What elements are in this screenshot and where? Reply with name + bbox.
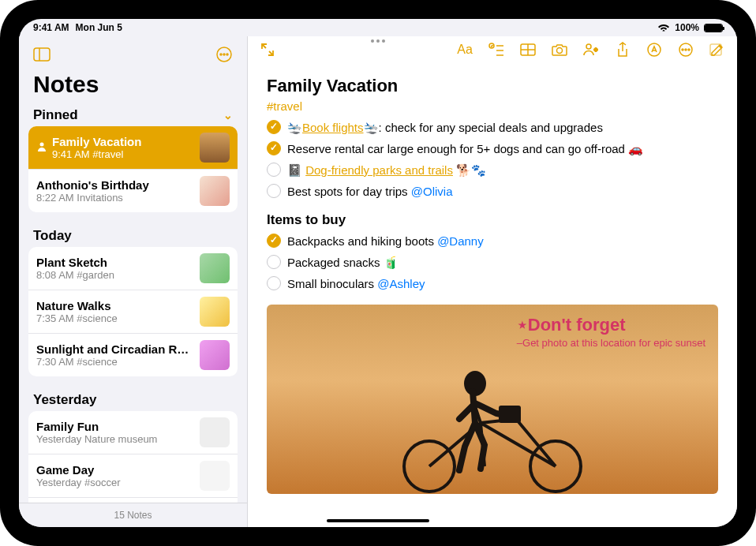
checklist: Backpacks and hiking boots @Danny Packag…	[267, 233, 718, 292]
content-toolbar: Aa	[248, 36, 737, 63]
checkbox[interactable]	[267, 234, 281, 248]
check-item: Small binoculars @Ashley	[267, 275, 718, 292]
mention[interactable]: @Ashley	[377, 277, 425, 290]
check-item: 📓 Dog-friendly parks and trails 🐕🐾	[267, 162, 718, 178]
wifi-icon	[657, 22, 670, 34]
table-icon[interactable]	[519, 41, 537, 58]
note-thumbnail	[200, 133, 230, 163]
checkbox[interactable]	[267, 184, 281, 198]
note-content-area: Aa	[248, 36, 737, 527]
note-tag[interactable]: #travel	[267, 99, 718, 113]
more-options-button[interactable]	[212, 43, 236, 66]
note-meta: 8:22 AM Invitations	[36, 192, 193, 204]
multitask-dots[interactable]	[371, 39, 385, 43]
note-body[interactable]: Family Vacation #travel 🛬Book flights🛬: …	[248, 63, 737, 527]
collaborate-icon[interactable]	[582, 41, 600, 58]
svg-point-22	[685, 49, 687, 50]
note-row-birthday[interactable]: Anthonio's Birthday 8:22 AM Invitations	[28, 170, 238, 212]
status-bar: 9:41 AM Mon Jun 5 100%	[19, 19, 737, 36]
checkbox[interactable]	[267, 163, 281, 177]
checkbox[interactable]	[267, 120, 281, 134]
status-time: 9:41 AM	[33, 22, 69, 33]
svg-point-21	[682, 49, 683, 50]
handwriting-annotation: ⋆Don't forget –Get photo at this locatio…	[517, 314, 705, 350]
status-date: Mon Jun 5	[76, 22, 122, 33]
note-row[interactable]: Game DayYesterday #soccer	[28, 454, 238, 498]
note-attached-image[interactable]: ⋆Don't forget –Get photo at this locatio…	[267, 305, 718, 494]
note-row[interactable]: Plant Sketch8:08 AM #garden	[28, 247, 238, 290]
camera-icon[interactable]	[551, 41, 568, 58]
note-thumbnail	[200, 176, 230, 206]
home-indicator[interactable]	[327, 519, 429, 522]
shared-icon	[36, 141, 47, 155]
svg-rect-0	[34, 48, 50, 61]
section-yesterday-header: Yesterday	[19, 389, 247, 411]
subheading: Items to buy	[267, 212, 718, 228]
check-item: 🛬Book flights🛬: check for any special de…	[267, 119, 718, 136]
svg-point-5	[226, 54, 228, 55]
note-thumbnail	[200, 461, 230, 491]
sidebar-footer: 15 Notes	[19, 503, 247, 527]
section-today-header: Today	[19, 225, 247, 247]
section-pinned-header[interactable]: Pinned ⌄	[19, 104, 247, 126]
check-item: Best spots for day trips @Olivia	[267, 183, 718, 200]
note-row[interactable]: Nature Walks7:35 AM #science	[28, 290, 238, 334]
check-item: Packaged snacks 🧃	[267, 254, 718, 271]
note-meta: 9:41 AM #travel	[52, 148, 193, 160]
battery-icon	[704, 24, 723, 32]
mention[interactable]: @Danny	[437, 234, 484, 248]
svg-point-3	[220, 54, 222, 55]
battery-percent: 100%	[675, 22, 699, 33]
check-item: Reserve rental car large enough for 5+ d…	[267, 140, 718, 157]
sidebar-title: Notes	[19, 69, 247, 104]
share-icon[interactable]	[614, 41, 631, 58]
note-row[interactable]: Family FunYesterday Nature museum	[28, 411, 238, 454]
mention[interactable]: @Olivia	[411, 185, 453, 198]
svg-point-6	[40, 142, 44, 146]
checklist: 🛬Book flights🛬: check for any special de…	[267, 119, 718, 200]
note-thumbnail	[200, 297, 230, 327]
text-format-icon[interactable]: Aa	[456, 41, 473, 58]
note-thumbnail	[200, 253, 230, 283]
compose-icon[interactable]	[709, 41, 726, 58]
note-title: Family Vacation	[52, 135, 193, 148]
note-row[interactable]: Aurora BorealisYesterday Collisions with…	[28, 498, 238, 503]
svg-rect-28	[499, 406, 521, 423]
svg-point-14	[557, 48, 563, 54]
expand-icon[interactable]	[259, 41, 276, 58]
check-item: Backpacks and hiking boots @Danny	[267, 233, 718, 249]
checkbox[interactable]	[267, 255, 281, 269]
checkbox[interactable]	[267, 141, 281, 155]
note-thumbnail	[200, 340, 230, 370]
link[interactable]: Book flights	[302, 121, 364, 134]
note-thumbnail	[200, 417, 230, 447]
svg-point-15	[586, 44, 591, 49]
note-title: Family Vacation	[267, 76, 718, 96]
note-row-family-vacation[interactable]: Family Vacation 9:41 AM #travel	[28, 126, 238, 170]
note-title: Anthonio's Birthday	[36, 178, 193, 192]
chevron-down-icon: ⌄	[223, 109, 233, 122]
checklist-icon[interactable]	[488, 41, 505, 58]
markup-icon[interactable]	[646, 41, 663, 58]
note-row[interactable]: Sunlight and Circadian Rhy...7:30 AM #sc…	[28, 334, 238, 376]
more-icon[interactable]	[677, 41, 694, 58]
svg-point-23	[688, 49, 690, 50]
svg-point-4	[223, 54, 225, 55]
sidebar: Notes Pinned ⌄	[19, 36, 248, 527]
link[interactable]: Dog-friendly parks and trails	[305, 163, 453, 177]
sidebar-toggle-button[interactable]	[30, 43, 54, 66]
checkbox[interactable]	[267, 276, 281, 290]
